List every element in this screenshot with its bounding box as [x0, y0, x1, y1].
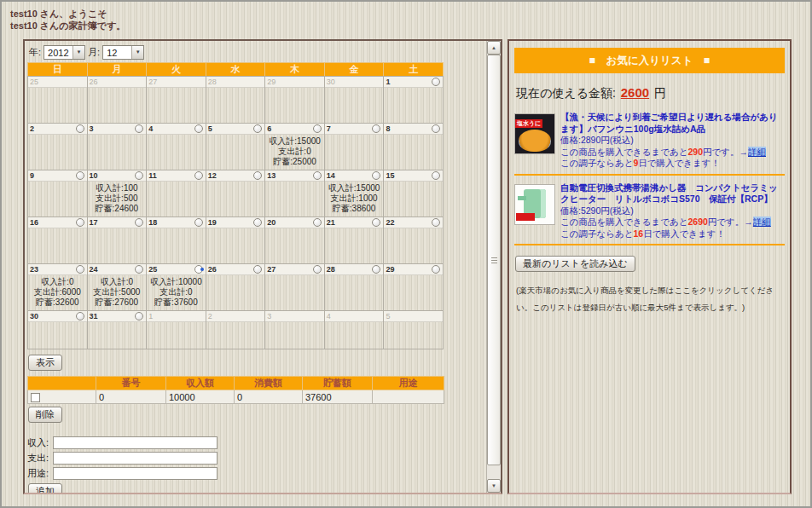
days-prefix: この調子ならあと	[560, 158, 633, 168]
day-summary	[384, 228, 443, 230]
product-title[interactable]: 自動電圧切換式携帯湯沸かし器 コンパクトセラミックヒーター リトルボコボコS57…	[560, 182, 785, 205]
day-strip: 30	[325, 77, 384, 88]
day-strip: 25	[28, 77, 87, 88]
row-checkbox[interactable]	[31, 393, 40, 402]
calendar-day: 25	[28, 77, 88, 124]
day-summary	[384, 322, 443, 324]
day-number: 5	[208, 124, 212, 133]
product-image[interactable]	[514, 184, 555, 225]
day-radio-button[interactable]	[313, 218, 322, 227]
day-radio-button[interactable]	[313, 124, 322, 133]
product-image[interactable]: 塩水うに	[514, 113, 555, 154]
day-number: 31	[90, 312, 98, 320]
calendar-week-row: 23456収入計:15000支出計:0貯蓄:2500078	[28, 124, 444, 170]
entry-label-purpose: 用途:	[27, 467, 53, 480]
day-radio-button[interactable]	[194, 218, 203, 227]
day-radio-button[interactable]	[76, 171, 84, 180]
calendar-day: 17	[87, 217, 147, 264]
day-summary	[265, 88, 324, 89]
day-summary	[325, 228, 384, 230]
day-radio-button[interactable]	[313, 265, 322, 274]
day-radio-button[interactable]	[372, 218, 380, 227]
scroll-down-button[interactable]: ▼	[487, 479, 501, 493]
day-radio-button[interactable]	[253, 124, 262, 133]
day-strip: 23	[28, 264, 87, 275]
day-summary	[206, 88, 265, 89]
delete-button[interactable]: 削除	[28, 407, 62, 423]
income-input[interactable]	[53, 436, 218, 449]
day-radio-button[interactable]	[135, 312, 143, 320]
day-strip: 25	[147, 264, 206, 275]
day-radio-button[interactable]	[76, 218, 84, 227]
detail-link[interactable]: 詳細	[753, 216, 771, 227]
day-number: 3	[267, 312, 271, 320]
calendar-day: 6収入計:15000支出計:0貯蓄:25000	[265, 124, 325, 170]
day-summary-line: 貯蓄:25000	[265, 157, 324, 167]
day-number: 18	[148, 218, 157, 227]
day-radio-button[interactable]	[432, 171, 440, 180]
favorites-title: ■ お気に入りリスト ■	[514, 48, 785, 73]
purpose-input[interactable]	[53, 467, 218, 480]
entries-column-header: 用途	[373, 377, 444, 390]
calendar-day: 28	[206, 77, 265, 124]
day-radio-button[interactable]	[253, 171, 262, 180]
day-strip: 2	[28, 124, 87, 135]
weekday-header: 月	[87, 63, 147, 77]
weekday-header: 水	[206, 63, 265, 77]
day-radio-button[interactable]	[432, 265, 440, 274]
day-radio-button[interactable]	[194, 265, 203, 274]
day-number: 29	[386, 265, 394, 274]
entries-column-header: 消費額	[235, 377, 303, 390]
day-radio-button[interactable]	[372, 124, 380, 133]
calendar-day: 3	[265, 311, 325, 349]
day-radio-button[interactable]	[135, 265, 143, 274]
day-number: 28	[327, 265, 335, 274]
day-number: 17	[90, 218, 98, 227]
calendar-day: 20	[265, 217, 325, 264]
day-radio-button[interactable]	[432, 78, 440, 86]
day-radio-button[interactable]	[135, 124, 143, 133]
day-radio-button[interactable]	[76, 124, 84, 133]
year-select[interactable]: 2012 ▼	[44, 45, 85, 60]
day-radio-button[interactable]	[135, 218, 143, 227]
day-radio-button[interactable]	[253, 218, 262, 227]
month-select[interactable]: 12 ▼	[102, 45, 144, 60]
day-radio-button[interactable]	[194, 171, 203, 180]
day-number: 9	[30, 171, 34, 180]
day-radio-button[interactable]	[313, 171, 322, 180]
scrollbar[interactable]: ▲ ▼	[486, 41, 501, 493]
expense-input[interactable]	[53, 452, 218, 465]
day-summary-line: 支出計:0	[147, 287, 206, 297]
calendar-day: 27	[147, 77, 206, 124]
scrollbar-thumb[interactable]	[487, 55, 501, 465]
day-radio-button[interactable]	[372, 171, 380, 180]
entries-header-row: 番号収入額消費額貯蓄額用途	[28, 377, 444, 390]
show-button[interactable]: 表示	[28, 355, 62, 371]
product-info: 自動電圧切換式携帯湯沸かし器 コンパクトセラミックヒーター リトルボコボコS57…	[560, 182, 785, 240]
day-radio-button[interactable]	[135, 171, 143, 180]
product-title[interactable]: 【漁・天候により到着ご希望日より遅れる場合があります】バフンウニ100g塩水詰め…	[560, 112, 785, 135]
day-radio-button[interactable]	[253, 265, 262, 274]
day-radio-button[interactable]	[194, 124, 203, 133]
day-summary	[88, 228, 147, 230]
days-value: 16	[633, 228, 643, 239]
add-button[interactable]: 追加	[28, 483, 62, 493]
day-number: 13	[267, 171, 276, 180]
day-radio-button[interactable]	[76, 265, 84, 274]
available-amount-value[interactable]: 2600	[619, 85, 651, 100]
weekday-header: 火	[147, 63, 206, 77]
reload-list-button[interactable]: 最新のリストを読み込む	[515, 256, 635, 272]
scroll-up-button[interactable]: ▲	[487, 41, 501, 55]
day-radio-button[interactable]	[372, 265, 380, 274]
day-number: 12	[208, 171, 217, 180]
day-radio-button[interactable]	[432, 218, 440, 227]
day-radio-button[interactable]	[76, 312, 84, 320]
day-summary	[206, 182, 265, 183]
day-summary-line: 支出計:1000	[325, 193, 384, 204]
entry-field-row: 用途:	[27, 466, 486, 481]
day-number: 26	[90, 78, 98, 86]
days-suffix: 日で購入できます！	[643, 228, 725, 239]
day-summary-line: 支出計:0	[265, 147, 324, 157]
day-radio-button[interactable]	[432, 124, 440, 133]
detail-link[interactable]: 詳細	[748, 147, 766, 157]
